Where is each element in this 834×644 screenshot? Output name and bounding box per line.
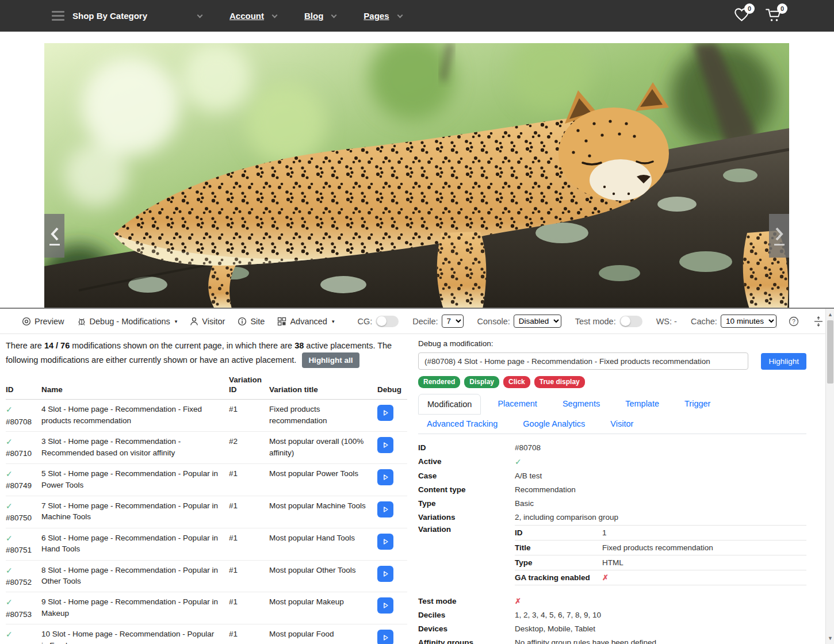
badge-display: Display xyxy=(464,376,499,388)
play-icon xyxy=(381,633,390,642)
scrollbar[interactable]: ▲ ▼ xyxy=(825,309,834,644)
tab-visitor[interactable]: Visitor xyxy=(602,414,642,434)
detail-key: Variations xyxy=(418,513,515,522)
tab-google-analytics[interactable]: Google Analytics xyxy=(514,414,594,434)
debug-play-button[interactable] xyxy=(377,469,393,485)
scroll-down-arrow[interactable]: ▼ xyxy=(826,634,834,643)
detail-row-content-type: Content typeRecommendation xyxy=(418,482,806,496)
modification-select[interactable]: (#80708) 4 Slot - Home page - Recommenda… xyxy=(418,352,748,370)
modification-detail-section: Debug a modification: (#80708) 4 Slot - … xyxy=(418,339,806,644)
tab-template[interactable]: Template xyxy=(617,394,668,414)
caret-down-icon: ▾ xyxy=(175,319,178,324)
table-row: ✓#80753 9 Slot - Home page - Recommendat… xyxy=(6,592,407,624)
detail-row-type: TypeBasic xyxy=(418,496,806,510)
scroll-thumb[interactable] xyxy=(827,320,833,384)
preview-button[interactable]: Preview xyxy=(22,317,64,326)
wishlist-count-badge: 0 xyxy=(744,3,755,14)
detail-key: Title xyxy=(515,543,602,552)
debug-play-button[interactable] xyxy=(377,501,393,518)
site-button[interactable]: Site xyxy=(238,317,265,326)
active-check-icon: ✓ xyxy=(6,500,41,512)
detail-key: Deciles xyxy=(418,611,515,619)
advanced-menu[interactable]: Advanced▾ xyxy=(277,317,334,326)
debug-play-button[interactable] xyxy=(377,405,393,421)
carousel-next-button[interactable] xyxy=(769,214,789,258)
chevron-left-icon xyxy=(49,227,60,241)
detail-key: Active xyxy=(418,457,515,466)
active-check-icon: ✓ xyxy=(6,596,41,608)
help-button[interactable]: ? xyxy=(789,316,799,327)
scroll-up-arrow[interactable]: ▲ xyxy=(826,310,834,319)
modifications-list-section: There are 14 / 76 modifications shown on… xyxy=(6,339,407,644)
nav-blog[interactable]: Blog xyxy=(304,11,336,21)
play-icon xyxy=(381,473,390,482)
tab-modification[interactable]: Modification xyxy=(418,394,481,415)
tab-trigger[interactable]: Trigger xyxy=(676,394,719,414)
console-select[interactable]: Disabled xyxy=(514,315,561,328)
debug-play-button[interactable] xyxy=(377,566,393,582)
detail-row-id: ID1 xyxy=(515,526,806,540)
chevron-right-icon xyxy=(774,227,785,241)
play-icon xyxy=(381,505,390,514)
table-row: ✓#80750 7 Slot - Home page - Recommendat… xyxy=(6,496,407,528)
cart-count-badge: 0 xyxy=(777,3,787,14)
active-check-icon: ✓ xyxy=(6,628,41,640)
shop-by-category-button[interactable]: Shop By Category xyxy=(72,11,147,21)
help-icon: ? xyxy=(789,316,799,327)
tab-segments[interactable]: Segments xyxy=(554,394,609,414)
debug-play-button[interactable] xyxy=(377,597,393,614)
detail-row-active: Active✓ xyxy=(418,454,806,469)
detail-key: ID xyxy=(418,443,515,452)
wishlist-button[interactable]: 0 xyxy=(734,7,749,25)
debug-play-button[interactable] xyxy=(377,437,393,453)
tab-advanced-tracking[interactable]: Advanced Tracking xyxy=(418,414,506,434)
detail-row-title: TitleFixed products recommendation xyxy=(515,540,806,555)
page: Shop By Category Account Blog Pages 0 0 xyxy=(0,0,834,644)
bug-icon xyxy=(77,317,86,326)
cross-icon: ✗ xyxy=(515,597,806,605)
debug-play-button[interactable] xyxy=(377,534,393,550)
active-check-icon: ✓ xyxy=(6,565,41,576)
chevron-down-icon xyxy=(331,13,337,18)
debug-toolbar: Preview Debug - Modifications▾ Visitor S… xyxy=(0,309,834,334)
hamburger-menu-icon[interactable] xyxy=(52,11,64,21)
split-resize-icon xyxy=(814,316,823,327)
detail-row-test-mode: Test mode✗ xyxy=(418,594,806,608)
table-row: ✓#80708 4 Slot - Home page - Recommendat… xyxy=(6,400,407,432)
debug-modifications-menu[interactable]: Debug - Modifications▾ xyxy=(77,317,178,326)
test-mode-control: Test mode: xyxy=(575,316,642,327)
play-icon xyxy=(381,408,390,417)
table-row: ✓#80754 10 Slot - Home page - Recommenda… xyxy=(6,624,407,644)
cache-select[interactable]: 10 minutes xyxy=(721,315,776,328)
check-icon: ✓ xyxy=(515,457,806,466)
cache-control: Cache: 10 minutes xyxy=(691,315,776,328)
nav-account[interactable]: Account xyxy=(229,11,277,21)
detail-key: Devices xyxy=(418,624,515,633)
console-control: Console: Disabled xyxy=(477,315,561,328)
preview-icon xyxy=(22,317,31,326)
cg-toggle[interactable] xyxy=(376,316,399,327)
debug-panel-body: There are 14 / 76 modifications shown on… xyxy=(0,334,834,644)
tab-placement[interactable]: Placement xyxy=(489,394,546,414)
debug-play-button[interactable] xyxy=(377,630,393,644)
test-mode-toggle[interactable] xyxy=(619,316,642,327)
advanced-icon xyxy=(277,317,286,326)
play-icon xyxy=(381,440,390,450)
chevron-down-icon xyxy=(272,13,278,18)
highlight-all-button[interactable]: Highlight all xyxy=(302,352,359,368)
highlight-button[interactable]: Highlight xyxy=(761,353,806,370)
modifications-table: ID Name Variation ID Variation title Deb… xyxy=(6,375,407,644)
decile-control: Decile: 7 xyxy=(412,315,463,328)
detail-row-deciles: Deciles1, 2, 3, 4, 5, 6, 7, 8, 9, 10 xyxy=(418,608,806,622)
detail-row-type: TypeHTML xyxy=(515,555,806,570)
detail-key: Variation xyxy=(418,525,515,585)
carousel-prev-button[interactable] xyxy=(44,214,64,258)
debug-modification-label: Debug a modification: xyxy=(418,339,806,348)
split-view-button[interactable] xyxy=(814,316,823,327)
visitor-button[interactable]: Visitor xyxy=(190,317,225,326)
detail-row-variations: Variations2, including comparison group xyxy=(418,510,806,524)
ws-status: WS: - xyxy=(656,317,677,326)
nav-pages[interactable]: Pages xyxy=(364,11,401,21)
cart-button[interactable]: 0 xyxy=(766,7,782,25)
decile-select[interactable]: 7 xyxy=(442,315,464,328)
